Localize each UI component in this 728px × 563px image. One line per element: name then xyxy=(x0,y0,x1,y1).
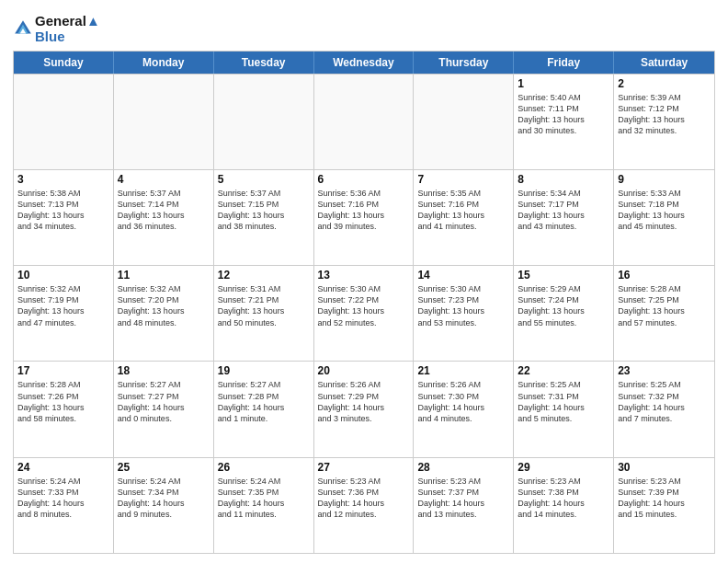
cell-info: Sunrise: 5:38 AM Sunset: 7:13 PM Dayligh… xyxy=(17,188,109,233)
day-number: 2 xyxy=(618,77,711,90)
day-number: 8 xyxy=(518,173,609,186)
header-cell-thursday: Thursday xyxy=(414,52,514,74)
calendar-row-0: 1Sunrise: 5:40 AM Sunset: 7:11 PM Daylig… xyxy=(14,74,714,169)
calendar-cell: 14Sunrise: 5:30 AM Sunset: 7:23 PM Dayli… xyxy=(414,266,514,361)
cell-info: Sunrise: 5:33 AM Sunset: 7:18 PM Dayligh… xyxy=(618,188,711,233)
calendar-cell: 11Sunrise: 5:32 AM Sunset: 7:20 PM Dayli… xyxy=(114,266,214,361)
cell-info: Sunrise: 5:30 AM Sunset: 7:22 PM Dayligh… xyxy=(318,283,410,328)
header: General▲ Blue xyxy=(13,9,715,45)
calendar-cell: 20Sunrise: 5:26 AM Sunset: 7:29 PM Dayli… xyxy=(314,362,415,456)
calendar-cell: 19Sunrise: 5:27 AM Sunset: 7:28 PM Dayli… xyxy=(214,362,314,456)
calendar-cell: 1Sunrise: 5:40 AM Sunset: 7:11 PM Daylig… xyxy=(514,75,614,169)
calendar-cell: 15Sunrise: 5:29 AM Sunset: 7:24 PM Dayli… xyxy=(514,266,614,361)
cell-info: Sunrise: 5:25 AM Sunset: 7:32 PM Dayligh… xyxy=(618,379,711,424)
cell-info: Sunrise: 5:24 AM Sunset: 7:33 PM Dayligh… xyxy=(17,476,109,521)
calendar-cell: 21Sunrise: 5:26 AM Sunset: 7:30 PM Dayli… xyxy=(414,362,514,456)
calendar-cell xyxy=(214,75,314,169)
day-number: 29 xyxy=(518,461,609,474)
day-number: 14 xyxy=(417,269,509,282)
cell-info: Sunrise: 5:32 AM Sunset: 7:20 PM Dayligh… xyxy=(118,283,210,328)
cell-info: Sunrise: 5:30 AM Sunset: 7:23 PM Dayligh… xyxy=(417,283,509,328)
calendar-cell xyxy=(14,75,114,169)
day-number: 23 xyxy=(618,364,711,377)
calendar-cell: 4Sunrise: 5:37 AM Sunset: 7:14 PM Daylig… xyxy=(114,170,214,265)
calendar-cell: 30Sunrise: 5:23 AM Sunset: 7:39 PM Dayli… xyxy=(614,458,714,553)
day-number: 27 xyxy=(318,461,410,474)
day-number: 1 xyxy=(518,77,609,90)
day-number: 18 xyxy=(118,364,210,377)
header-cell-saturday: Saturday xyxy=(614,52,714,74)
day-number: 24 xyxy=(17,461,109,474)
day-number: 30 xyxy=(618,461,711,474)
calendar-cell: 22Sunrise: 5:25 AM Sunset: 7:31 PM Dayli… xyxy=(514,362,614,456)
cell-info: Sunrise: 5:27 AM Sunset: 7:28 PM Dayligh… xyxy=(218,379,310,424)
day-number: 3 xyxy=(17,173,109,186)
day-number: 25 xyxy=(118,461,210,474)
calendar-cell: 26Sunrise: 5:24 AM Sunset: 7:35 PM Dayli… xyxy=(214,458,314,553)
calendar-cell: 28Sunrise: 5:23 AM Sunset: 7:37 PM Dayli… xyxy=(414,458,514,553)
calendar-cell: 27Sunrise: 5:23 AM Sunset: 7:36 PM Dayli… xyxy=(314,458,415,553)
day-number: 19 xyxy=(218,364,310,377)
day-number: 12 xyxy=(218,269,310,282)
calendar-header: SundayMondayTuesdayWednesdayThursdayFrid… xyxy=(14,52,714,74)
day-number: 13 xyxy=(318,269,410,282)
cell-info: Sunrise: 5:35 AM Sunset: 7:16 PM Dayligh… xyxy=(417,188,509,233)
cell-info: Sunrise: 5:23 AM Sunset: 7:39 PM Dayligh… xyxy=(618,476,711,521)
cell-info: Sunrise: 5:25 AM Sunset: 7:31 PM Dayligh… xyxy=(518,379,609,424)
day-number: 22 xyxy=(518,364,609,377)
day-number: 4 xyxy=(118,173,210,186)
cell-info: Sunrise: 5:34 AM Sunset: 7:17 PM Dayligh… xyxy=(518,188,609,233)
day-number: 28 xyxy=(417,461,509,474)
header-cell-monday: Monday xyxy=(114,52,214,74)
cell-info: Sunrise: 5:24 AM Sunset: 7:34 PM Dayligh… xyxy=(118,476,210,521)
day-number: 5 xyxy=(218,173,310,186)
calendar-cell: 5Sunrise: 5:37 AM Sunset: 7:15 PM Daylig… xyxy=(214,170,314,265)
cell-info: Sunrise: 5:32 AM Sunset: 7:19 PM Dayligh… xyxy=(17,283,109,328)
day-number: 10 xyxy=(17,269,109,282)
day-number: 20 xyxy=(318,364,410,377)
cell-info: Sunrise: 5:23 AM Sunset: 7:36 PM Dayligh… xyxy=(318,476,410,521)
calendar-row-3: 17Sunrise: 5:28 AM Sunset: 7:26 PM Dayli… xyxy=(14,361,714,456)
cell-info: Sunrise: 5:36 AM Sunset: 7:16 PM Dayligh… xyxy=(318,188,410,233)
cell-info: Sunrise: 5:26 AM Sunset: 7:30 PM Dayligh… xyxy=(417,379,509,424)
calendar-cell: 18Sunrise: 5:27 AM Sunset: 7:27 PM Dayli… xyxy=(114,362,214,456)
header-cell-wednesday: Wednesday xyxy=(314,52,415,74)
day-number: 11 xyxy=(118,269,210,282)
day-number: 7 xyxy=(417,173,509,186)
calendar-cell: 16Sunrise: 5:28 AM Sunset: 7:25 PM Dayli… xyxy=(614,266,714,361)
calendar-cell xyxy=(114,75,214,169)
calendar-row-2: 10Sunrise: 5:32 AM Sunset: 7:19 PM Dayli… xyxy=(14,265,714,361)
calendar-cell: 8Sunrise: 5:34 AM Sunset: 7:17 PM Daylig… xyxy=(514,170,614,265)
page: General▲ Blue SundayMondayTuesdayWednesd… xyxy=(0,0,728,563)
calendar-body: 1Sunrise: 5:40 AM Sunset: 7:11 PM Daylig… xyxy=(14,74,714,554)
day-number: 9 xyxy=(618,173,711,186)
header-cell-tuesday: Tuesday xyxy=(214,52,314,74)
cell-info: Sunrise: 5:40 AM Sunset: 7:11 PM Dayligh… xyxy=(518,92,609,137)
header-cell-sunday: Sunday xyxy=(14,52,114,74)
cell-info: Sunrise: 5:37 AM Sunset: 7:15 PM Dayligh… xyxy=(218,188,310,233)
logo-text: General▲ Blue xyxy=(35,13,100,45)
cell-info: Sunrise: 5:31 AM Sunset: 7:21 PM Dayligh… xyxy=(218,283,310,328)
cell-info: Sunrise: 5:24 AM Sunset: 7:35 PM Dayligh… xyxy=(218,476,310,521)
logo-icon xyxy=(13,18,33,39)
calendar-cell: 6Sunrise: 5:36 AM Sunset: 7:16 PM Daylig… xyxy=(314,170,415,265)
calendar-cell: 7Sunrise: 5:35 AM Sunset: 7:16 PM Daylig… xyxy=(414,170,514,265)
calendar-cell: 10Sunrise: 5:32 AM Sunset: 7:19 PM Dayli… xyxy=(14,266,114,361)
cell-info: Sunrise: 5:29 AM Sunset: 7:24 PM Dayligh… xyxy=(518,283,609,328)
calendar: SundayMondayTuesdayWednesdayThursdayFrid… xyxy=(13,51,715,555)
cell-info: Sunrise: 5:28 AM Sunset: 7:26 PM Dayligh… xyxy=(17,379,109,424)
calendar-row-1: 3Sunrise: 5:38 AM Sunset: 7:13 PM Daylig… xyxy=(14,169,714,265)
calendar-cell: 9Sunrise: 5:33 AM Sunset: 7:18 PM Daylig… xyxy=(614,170,714,265)
day-number: 16 xyxy=(618,269,711,282)
calendar-cell: 12Sunrise: 5:31 AM Sunset: 7:21 PM Dayli… xyxy=(214,266,314,361)
cell-info: Sunrise: 5:27 AM Sunset: 7:27 PM Dayligh… xyxy=(118,379,210,424)
calendar-cell: 13Sunrise: 5:30 AM Sunset: 7:22 PM Dayli… xyxy=(314,266,415,361)
header-cell-friday: Friday xyxy=(514,52,614,74)
day-number: 15 xyxy=(518,269,609,282)
calendar-cell xyxy=(314,75,415,169)
calendar-cell: 25Sunrise: 5:24 AM Sunset: 7:34 PM Dayli… xyxy=(114,458,214,553)
calendar-cell: 29Sunrise: 5:23 AM Sunset: 7:38 PM Dayli… xyxy=(514,458,614,553)
cell-info: Sunrise: 5:39 AM Sunset: 7:12 PM Dayligh… xyxy=(618,92,711,137)
cell-info: Sunrise: 5:37 AM Sunset: 7:14 PM Dayligh… xyxy=(118,188,210,233)
calendar-cell: 24Sunrise: 5:24 AM Sunset: 7:33 PM Dayli… xyxy=(14,458,114,553)
